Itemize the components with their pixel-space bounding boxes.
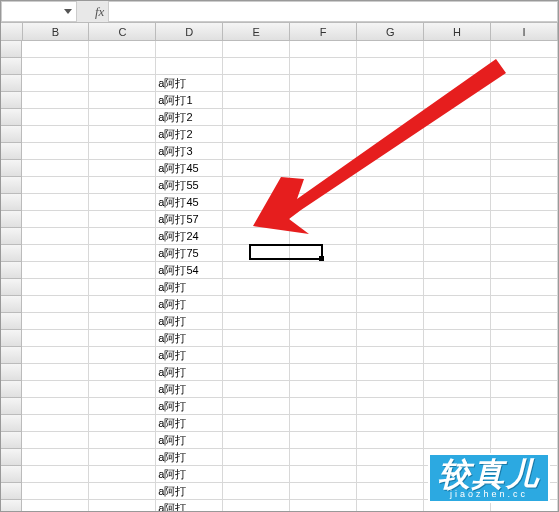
cell[interactable] [22,41,89,58]
cell[interactable] [290,194,357,211]
cell[interactable] [223,160,290,177]
row-header[interactable] [1,398,22,415]
cell[interactable] [424,143,491,160]
cell[interactable]: a阿打2 [156,109,223,126]
cell[interactable] [290,177,357,194]
cell[interactable] [22,211,89,228]
row-header[interactable] [1,500,22,512]
cell[interactable] [223,211,290,228]
row-header[interactable] [1,449,22,466]
cell[interactable] [22,415,89,432]
row-header[interactable] [1,126,22,143]
cell[interactable] [223,313,290,330]
cell[interactable] [290,109,357,126]
cell[interactable] [22,143,89,160]
cell[interactable] [290,279,357,296]
cell[interactable] [424,58,491,75]
col-header-D[interactable]: D [156,23,223,41]
cell[interactable] [290,364,357,381]
cell[interactable] [89,160,156,177]
cell[interactable] [424,109,491,126]
row-header[interactable] [1,228,22,245]
cell[interactable]: a阿打 [156,313,223,330]
cell[interactable] [290,296,357,313]
col-header-C[interactable]: C [89,23,156,41]
cell[interactable] [491,347,558,364]
cell[interactable]: a阿打45 [156,160,223,177]
cell[interactable] [22,364,89,381]
cell[interactable] [89,330,156,347]
cell[interactable]: a阿打 [156,432,223,449]
cell[interactable] [357,347,424,364]
cell[interactable] [491,296,558,313]
cell[interactable] [89,41,156,58]
col-header-E[interactable]: E [223,23,290,41]
cell[interactable] [357,109,424,126]
col-header-G[interactable]: G [357,23,424,41]
cell[interactable] [357,143,424,160]
cell[interactable] [89,500,156,512]
row-header[interactable] [1,381,22,398]
cell[interactable] [491,398,558,415]
cell[interactable]: a阿打 [156,75,223,92]
cell[interactable] [357,432,424,449]
row-header[interactable] [1,364,22,381]
cell[interactable] [223,75,290,92]
cell[interactable] [424,245,491,262]
cell[interactable] [89,296,156,313]
cell[interactable] [357,415,424,432]
cell[interactable] [22,245,89,262]
cell[interactable] [223,177,290,194]
cell[interactable] [491,160,558,177]
cell[interactable] [290,381,357,398]
cell[interactable] [491,109,558,126]
cell[interactable] [89,228,156,245]
cell[interactable] [290,41,357,58]
col-header-B[interactable]: B [23,23,90,41]
cell[interactable] [89,415,156,432]
cell[interactable] [22,500,89,512]
cell[interactable]: a阿打55 [156,177,223,194]
row-header[interactable] [1,177,22,194]
cell[interactable]: a阿打57 [156,211,223,228]
row-header[interactable] [1,279,22,296]
cell[interactable] [491,194,558,211]
cell[interactable] [223,347,290,364]
select-all-corner[interactable] [1,23,23,41]
cell[interactable] [89,194,156,211]
row-header[interactable] [1,432,22,449]
cell[interactable] [491,262,558,279]
cell[interactable]: a阿打45 [156,194,223,211]
cell[interactable]: a阿打 [156,364,223,381]
cell[interactable] [357,279,424,296]
row-header[interactable] [1,296,22,313]
cell[interactable] [89,58,156,75]
cell[interactable] [22,228,89,245]
cell[interactable] [357,245,424,262]
cell[interactable] [491,58,558,75]
cell[interactable] [357,126,424,143]
cell[interactable] [357,398,424,415]
cell[interactable] [223,279,290,296]
cell[interactable] [424,160,491,177]
cell[interactable]: a阿打75 [156,245,223,262]
cell[interactable] [22,109,89,126]
cell[interactable] [223,381,290,398]
cell[interactable] [424,211,491,228]
cell[interactable] [223,41,290,58]
cell[interactable]: a阿打 [156,415,223,432]
cell[interactable] [290,245,357,262]
cell[interactable] [22,296,89,313]
cell[interactable] [22,177,89,194]
cell[interactable] [290,398,357,415]
row-header[interactable] [1,330,22,347]
cell[interactable] [357,228,424,245]
cell[interactable] [290,483,357,500]
fx-icon[interactable]: fx [95,4,104,20]
col-header-I[interactable]: I [491,23,558,41]
cell[interactable] [89,466,156,483]
cell[interactable] [424,364,491,381]
cell[interactable] [22,381,89,398]
cell[interactable] [223,432,290,449]
cell[interactable] [22,466,89,483]
